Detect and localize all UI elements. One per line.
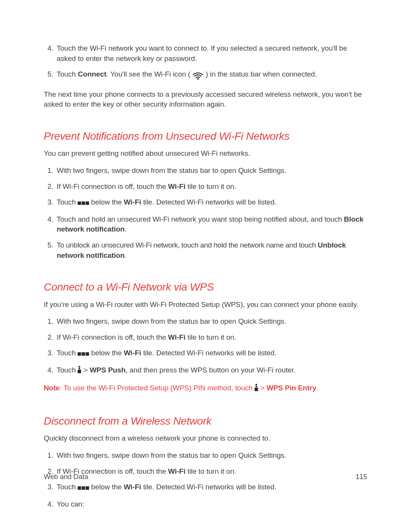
list-item: Touch and hold an unsecured Wi-Fi networ… bbox=[55, 214, 367, 235]
list-item-text: You can: bbox=[57, 500, 84, 508]
wifi-icon bbox=[192, 70, 204, 83]
list-item-text: With two fingers, swipe down from the st… bbox=[57, 451, 286, 459]
note: Note: To use the Wi-Fi Protected Setup (… bbox=[44, 383, 367, 395]
svg-rect-8 bbox=[79, 368, 80, 369]
text-fragment: Touch and hold an unsecured Wi-Fi networ… bbox=[57, 215, 344, 223]
svg-point-0 bbox=[197, 78, 199, 80]
bold-text: WPS Push bbox=[90, 366, 126, 374]
list-item: With two fingers, swipe down from the st… bbox=[55, 166, 367, 176]
list-item: With two fingers, swipe down from the st… bbox=[55, 316, 367, 327]
note-bold: WPS Pin Entry bbox=[266, 384, 316, 392]
three-squares-icon bbox=[78, 483, 89, 494]
text-fragment: tile to turn it on. bbox=[185, 182, 236, 190]
text-fragment: below the bbox=[89, 198, 124, 206]
svg-rect-9 bbox=[78, 370, 81, 373]
intro-ordered-list: Touch the Wi-Fi network you want to conn… bbox=[44, 43, 367, 83]
section-intro: Quickly disconnect from a wireless netwo… bbox=[44, 433, 367, 444]
note-text: : To use the Wi-Fi Protected Setup (WPS)… bbox=[60, 384, 255, 392]
paragraph: The next time your phone connects to a p… bbox=[44, 89, 367, 110]
list-item-text: With two fingers, swipe down from the st… bbox=[57, 166, 286, 174]
text-fragment: tile. Detected Wi-Fi networks will be li… bbox=[141, 198, 276, 206]
text-fragment: Touch bbox=[57, 483, 78, 491]
list-item: Touch below the Wi-Fi tile. Detected Wi-… bbox=[55, 348, 367, 359]
text-fragment: tile. Detected Wi-Fi networks will be li… bbox=[141, 349, 276, 357]
text-fragment: tile. Detected Wi-Fi networks will be li… bbox=[141, 483, 276, 491]
list-item-text: Touch the Wi-Fi network you want to conn… bbox=[57, 44, 347, 62]
list-item: If Wi-Fi connection is off, touch the Wi… bbox=[55, 182, 367, 192]
bold-text: Wi-Fi bbox=[168, 182, 186, 190]
section2-list: With two fingers, swipe down from the st… bbox=[44, 316, 367, 376]
svg-rect-12 bbox=[255, 388, 258, 391]
section-intro: You can prevent getting notified about u… bbox=[44, 149, 367, 159]
three-squares-icon bbox=[78, 349, 89, 359]
text-fragment: If Wi-Fi connection is off, touch the bbox=[57, 333, 168, 341]
text-fragment: , and then press the WPS button on your … bbox=[126, 366, 296, 374]
note-label: Note bbox=[44, 384, 60, 392]
section-heading: Prevent Notifications from Unsecured Wi-… bbox=[44, 129, 367, 143]
text-fragment: If Wi-Fi connection is off, touch the bbox=[57, 182, 168, 190]
text-fragment: Touch bbox=[57, 198, 78, 206]
list-item: Touch below the Wi-Fi tile. Detected Wi-… bbox=[55, 482, 367, 494]
section-heading: Disconnect from a Wireless Network bbox=[44, 414, 367, 428]
svg-rect-2 bbox=[82, 201, 85, 205]
list-item: To unblock an unsecured Wi-Fi network, t… bbox=[55, 240, 367, 260]
bold-text: Wi-Fi bbox=[168, 333, 186, 341]
section-intro: If you're using a Wi-Fi router with Wi-F… bbox=[44, 300, 367, 310]
section1-list: With two fingers, swipe down from the st… bbox=[44, 166, 367, 260]
section-heading: Connect to a Wi-Fi Network via WPS bbox=[44, 280, 367, 294]
svg-rect-11 bbox=[256, 386, 257, 387]
footer-page-number: 115 bbox=[355, 473, 367, 481]
list-item: Touch the Wi-Fi network you want to conn… bbox=[55, 43, 367, 64]
svg-rect-7 bbox=[79, 366, 80, 367]
text-fragment: > bbox=[81, 366, 89, 374]
list-item: With two fingers, swipe down from the st… bbox=[55, 451, 367, 461]
list-item: Touch below the Wi-Fi tile. Detected Wi-… bbox=[55, 197, 367, 209]
list-item-text: With two fingers, swipe down from the st… bbox=[57, 317, 286, 325]
svg-rect-5 bbox=[82, 352, 85, 356]
text-fragment: Touch bbox=[57, 366, 78, 374]
document-page: Touch the Wi-Fi network you want to conn… bbox=[0, 0, 411, 532]
footer-section-title: Web and Data bbox=[44, 473, 88, 481]
svg-rect-1 bbox=[78, 201, 81, 205]
list-item: Touch Connect. You'll see the Wi-Fi icon… bbox=[55, 69, 367, 83]
text-fragment: below the bbox=[89, 483, 124, 491]
text-fragment: below the bbox=[89, 349, 124, 357]
text-fragment: Touch bbox=[57, 70, 78, 78]
svg-rect-10 bbox=[256, 384, 257, 385]
text-fragment: . bbox=[125, 225, 127, 233]
list-item: You can: bbox=[55, 499, 367, 510]
text-fragment: Touch bbox=[57, 349, 78, 357]
note-text: . bbox=[316, 384, 318, 392]
text-fragment: tile to turn it on. bbox=[185, 333, 236, 341]
three-squares-icon bbox=[78, 198, 89, 209]
svg-rect-4 bbox=[78, 352, 81, 356]
text-fragment: . You'll see the Wi-Fi icon ( bbox=[107, 70, 190, 78]
bold-text: Wi-Fi bbox=[124, 483, 141, 491]
menu-dots-icon bbox=[78, 366, 81, 377]
bold-text: Connect bbox=[78, 70, 106, 78]
text-fragment: To unblock an unsecured Wi-Fi network, t… bbox=[57, 241, 318, 249]
svg-rect-13 bbox=[78, 486, 81, 490]
list-item: If Wi-Fi connection is off, touch the Wi… bbox=[55, 332, 367, 343]
page-footer: Web and Data 115 bbox=[44, 473, 367, 481]
bold-text: Wi-Fi bbox=[124, 349, 141, 357]
text-fragment: ) in the status bar when connected. bbox=[206, 70, 317, 78]
list-item: Touch > WPS Push, and then press the WPS… bbox=[55, 365, 367, 377]
menu-dots-icon bbox=[255, 384, 258, 395]
svg-rect-14 bbox=[82, 486, 85, 490]
text-fragment: . bbox=[125, 251, 127, 259]
bold-text: Wi-Fi bbox=[124, 198, 141, 206]
note-text: > bbox=[258, 384, 266, 392]
